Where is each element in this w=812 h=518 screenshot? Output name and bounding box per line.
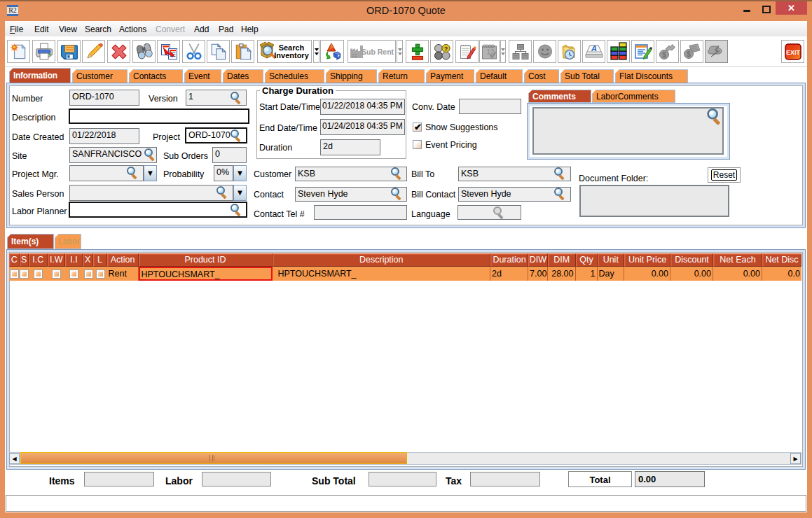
svg-text:EXIT: EXIT <box>785 49 800 56</box>
svg-text:$: $ <box>687 50 691 58</box>
svg-text:Sub Rent: Sub Rent <box>362 48 394 56</box>
svg-text:A: A <box>591 44 597 52</box>
svg-text:Inventory: Inventory <box>274 51 309 59</box>
svg-text:?: ? <box>443 46 448 52</box>
svg-text:$: $ <box>662 51 666 59</box>
